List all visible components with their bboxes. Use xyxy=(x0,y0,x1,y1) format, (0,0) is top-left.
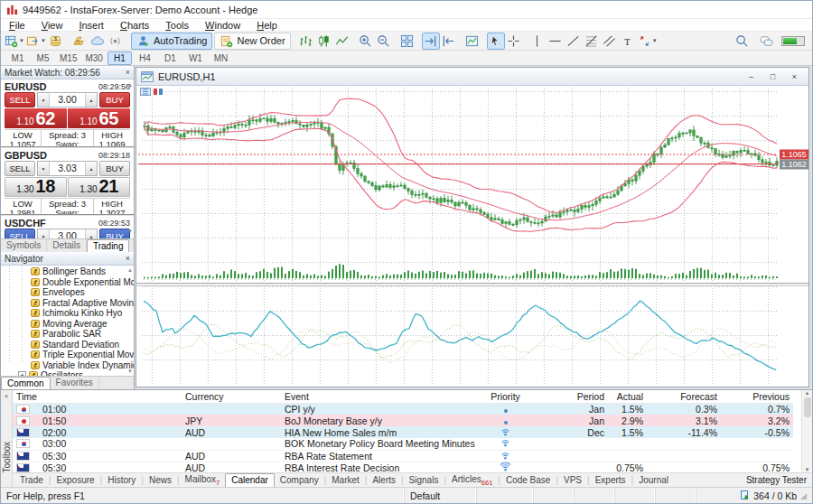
calendar-row[interactable]: 01:50JPYBoJ Monetary Base y/yJan2.9%3.1%… xyxy=(13,415,793,426)
column-header-currency[interactable]: Currency xyxy=(182,390,281,403)
chart-title-bar[interactable]: EURUSD,H1 – □ × xyxy=(136,68,808,86)
scroll-up-icon[interactable]: ▲ xyxy=(127,267,133,273)
toolbox-tab-news[interactable]: News xyxy=(144,474,177,486)
toolbox-tab-company[interactable]: Company xyxy=(275,474,324,486)
caret-down-icon[interactable]: ▼ xyxy=(19,38,24,43)
toolbox-tab-articles[interactable]: Articles661 xyxy=(446,473,498,488)
channel-icon[interactable] xyxy=(601,33,619,50)
timeframe-m30[interactable]: M30 xyxy=(81,51,106,65)
menu-view[interactable]: View xyxy=(33,20,71,31)
profiles-icon[interactable]: ▼ xyxy=(25,33,47,50)
trendline-icon[interactable] xyxy=(565,33,583,50)
timeframe-m1[interactable]: M1 xyxy=(5,51,30,65)
toolbox-tab-exposure[interactable]: Exposure xyxy=(51,474,99,486)
zoom-out-icon[interactable] xyxy=(375,33,393,50)
funds-icon[interactable]: $ xyxy=(47,33,65,50)
sell-button[interactable]: SELL xyxy=(5,229,35,238)
horizontal-line-icon[interactable] xyxy=(547,33,565,50)
close-icon[interactable]: × xyxy=(126,254,130,263)
spin-up-icon[interactable]: ▲ xyxy=(85,162,97,175)
volume-stepper[interactable]: ▼3.00▲ xyxy=(37,229,98,238)
auto-scroll-icon[interactable] xyxy=(422,33,440,50)
bid-price[interactable]: 1.3018 xyxy=(5,177,67,197)
calendar-row[interactable]: 02:00AUDHIA New Home Sales m/mDec1.5%-11… xyxy=(13,426,793,438)
spin-down-icon[interactable]: ▼ xyxy=(38,229,50,238)
menu-window[interactable]: Window xyxy=(197,20,248,31)
column-header-period[interactable]: Period xyxy=(534,390,608,403)
minimize-icon[interactable]: – xyxy=(742,70,761,83)
timeframe-d1[interactable]: D1 xyxy=(158,51,182,65)
toolbox-tab-alerts[interactable]: Alerts xyxy=(367,474,401,486)
buy-button[interactable]: BUY xyxy=(99,229,130,238)
toolbox-tab-mailbox[interactable]: Mailbox7 xyxy=(180,473,226,488)
chart-quick-icons[interactable] xyxy=(140,88,164,96)
toolbox-tab-experts[interactable]: Experts xyxy=(590,474,631,486)
toolbox-tab-history[interactable]: History xyxy=(102,474,141,486)
menu-file[interactable]: File xyxy=(1,20,33,31)
tab-ticks[interactable]: Ticks xyxy=(129,239,134,252)
search-icon[interactable] xyxy=(733,33,751,50)
status-profile[interactable]: Default xyxy=(405,488,477,503)
arrows-tool-icon[interactable]: ▼ xyxy=(637,33,659,50)
signal-icon[interactable] xyxy=(107,33,125,50)
line-chart-icon[interactable] xyxy=(333,33,351,50)
chart-canvas[interactable]: 1.10651.1062 xyxy=(136,86,808,387)
timeframe-h1[interactable]: H1 xyxy=(107,51,132,65)
resize-grip-icon[interactable]: ◢ xyxy=(800,491,808,500)
buy-button[interactable]: BUY xyxy=(99,92,130,107)
menu-help[interactable]: Help xyxy=(248,20,285,31)
cursor-icon[interactable] xyxy=(487,33,505,50)
strategy-tester-button[interactable]: Strategy Tester xyxy=(746,475,812,485)
menu-charts[interactable]: Charts xyxy=(112,20,157,31)
scroll-down-icon[interactable]: ▼ xyxy=(805,467,810,472)
market-watch-symbol-eurusd[interactable]: EURUSD 08:29:56 SELL ▼3.00▲ BUY 1.1062 1… xyxy=(1,79,134,146)
autotrading-button[interactable]: AutoTrading xyxy=(131,33,213,50)
column-header-time[interactable]: Time xyxy=(13,390,182,403)
volume-stepper[interactable]: ▼3.00▲ xyxy=(37,92,98,107)
close-icon[interactable]: × xyxy=(126,68,130,77)
price-chart[interactable]: 1.10651.1062 xyxy=(136,86,808,384)
toolbox-tab-journal[interactable]: Journal xyxy=(633,474,674,486)
maximize-icon[interactable]: □ xyxy=(763,70,782,83)
chat-icon[interactable] xyxy=(757,33,775,50)
close-icon[interactable]: × xyxy=(785,70,804,83)
column-header-forecast[interactable]: Forecast xyxy=(647,390,721,403)
zoom-in-icon[interactable] xyxy=(357,33,375,50)
toolbox-vertical-label[interactable]: Toolbox xyxy=(2,442,12,472)
toolbox-tab-calendar[interactable]: Calendar xyxy=(225,473,275,487)
fibonacci-icon[interactable] xyxy=(583,33,601,50)
toolbox-tab-trade[interactable]: Trade xyxy=(14,474,49,486)
bid-price[interactable]: 1.1062 xyxy=(5,108,67,128)
scroll-up-icon[interactable]: ▲ xyxy=(805,390,810,396)
toolbox-tab-market[interactable]: Market xyxy=(326,474,365,486)
buy-button[interactable]: BUY xyxy=(99,161,130,176)
scrollbar-thumb[interactable] xyxy=(804,397,811,417)
timeframe-w1[interactable]: W1 xyxy=(183,51,208,65)
sell-button[interactable]: SELL xyxy=(5,161,35,176)
ask-price[interactable]: 1.1065 xyxy=(68,108,130,128)
chart-window[interactable]: EURUSD,H1 – □ × 1.10651.1062 xyxy=(136,67,809,387)
market-watch-symbol-gbpusd[interactable]: GBPUSD 08:29:18 SELL ▼3.03▲ BUY 1.3018 1… xyxy=(1,146,134,214)
column-header-event[interactable]: Event xyxy=(281,390,477,403)
spin-down-icon[interactable]: ▼ xyxy=(38,93,50,107)
market-watch-symbol-usdchf[interactable]: USDCHF 08:29:53 SELL ▼3.00▲ BUY ▼ xyxy=(1,214,134,238)
column-header-priority[interactable]: Priority xyxy=(477,390,534,403)
close-icon[interactable]: × xyxy=(5,392,9,400)
calendar-scrollbar[interactable]: ▲ ▼ xyxy=(801,390,812,472)
timeframe-h4[interactable]: H4 xyxy=(133,51,157,65)
volume-value[interactable]: 3.00 xyxy=(50,93,85,107)
bars-icon[interactable] xyxy=(297,33,315,50)
scroll-down-icon[interactable]: ▼ xyxy=(127,229,133,234)
vertical-line-icon[interactable] xyxy=(528,33,547,50)
caret-down-icon[interactable]: ▼ xyxy=(652,38,658,43)
scroll-up-icon[interactable]: ▲ xyxy=(127,82,133,88)
tab-symbols[interactable]: Symbols xyxy=(1,239,47,252)
crosshair-icon[interactable] xyxy=(505,33,523,50)
tab-favorites[interactable]: Favorites xyxy=(51,377,99,389)
tab-details[interactable]: Details xyxy=(47,239,87,252)
sell-button[interactable]: SELL xyxy=(5,92,35,107)
menu-insert[interactable]: Insert xyxy=(70,20,112,31)
spin-up-icon[interactable]: ▲ xyxy=(85,229,97,238)
timeframe-m5[interactable]: M5 xyxy=(31,51,55,65)
volume-value[interactable]: 3.00 xyxy=(50,229,85,238)
